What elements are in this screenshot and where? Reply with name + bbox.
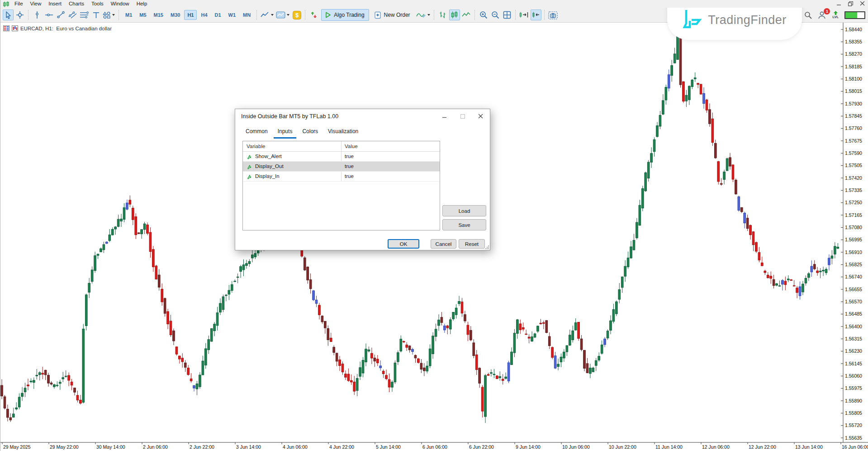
shapes-tool-button[interactable] xyxy=(102,10,116,20)
svg-text:4 Jun 06:00: 4 Jun 06:00 xyxy=(283,444,308,450)
menu-help[interactable]: Help xyxy=(133,0,151,8)
svg-text:1.58270: 1.58270 xyxy=(845,51,862,57)
text-icon xyxy=(93,12,100,19)
svg-text:4 Jun 22:00: 4 Jun 22:00 xyxy=(329,444,354,450)
buy-sell-arrows-button[interactable] xyxy=(308,10,319,20)
zoom-out-button[interactable] xyxy=(490,10,501,20)
input-row-show_alert[interactable]: Show_Alerttrue xyxy=(243,152,440,162)
svg-text:2 Jun 06:00: 2 Jun 06:00 xyxy=(143,444,168,450)
reset-button[interactable]: Reset xyxy=(459,239,485,249)
menu-insert[interactable]: Insert xyxy=(45,0,65,8)
chart-shift-button[interactable] xyxy=(531,10,541,20)
timeframe-m1-button[interactable]: M1 xyxy=(122,10,135,20)
save-button[interactable]: Save xyxy=(442,219,486,230)
search-icon[interactable] xyxy=(804,11,812,19)
indicator-draw-button[interactable] xyxy=(416,10,431,20)
time-axis[interactable]: 29 May 202529 May 22:0030 May 14:002 Jun… xyxy=(0,442,868,450)
window-minimize-button[interactable] xyxy=(835,0,843,7)
candlestick-chart-type-button[interactable] xyxy=(449,10,460,20)
svg-text:1.56485: 1.56485 xyxy=(845,311,862,317)
indicators-icon xyxy=(276,11,285,19)
timeframe-m5-button[interactable]: M5 xyxy=(136,10,149,20)
level-indicator[interactable]: LVL xyxy=(832,11,839,19)
chevron-down-icon xyxy=(427,14,431,16)
tab-common[interactable]: Common xyxy=(242,127,272,139)
tab-inputs[interactable]: Inputs xyxy=(274,127,297,139)
algo-play-icon xyxy=(324,11,332,19)
fibonacci-tool-button[interactable] xyxy=(79,10,90,20)
inputs-table: Variable Value Show_AlerttrueDisplay_Out… xyxy=(242,141,440,230)
screenshot-button[interactable] xyxy=(548,10,559,20)
notification-badge: 1 xyxy=(824,8,830,14)
timeframe-d1-button[interactable]: D1 xyxy=(212,10,224,20)
camera-icon xyxy=(548,11,558,19)
menu-view[interactable]: View xyxy=(27,0,45,8)
window-close-button[interactable] xyxy=(859,0,866,7)
profile-button[interactable]: 1 xyxy=(818,11,826,19)
timeframe-m30-button[interactable]: M30 xyxy=(167,10,183,20)
menu-charts[interactable]: Charts xyxy=(65,0,88,8)
dialog-close-button[interactable] xyxy=(472,109,490,123)
chevron-down-icon xyxy=(287,14,290,16)
svg-text:1.57080: 1.57080 xyxy=(845,225,862,230)
connection-status-bar xyxy=(844,11,865,19)
variable-value[interactable]: true xyxy=(342,152,440,161)
timeframe-w1-button[interactable]: W1 xyxy=(225,10,239,20)
tab-colors[interactable]: Colors xyxy=(298,127,322,139)
dialog-titlebar[interactable]: Inside Outside Bar MT5 by TFLab 1.00 xyxy=(235,109,490,123)
dialog-resize-grip[interactable] xyxy=(485,245,489,249)
algo-trading-button[interactable]: Algo Trading xyxy=(321,9,369,21)
indicator-properties-dialog: Inside Outside Bar MT5 by TFLab 1.00 Com… xyxy=(235,109,490,250)
menu-window[interactable]: Window xyxy=(107,0,133,8)
timeframe-h1-button[interactable]: H1 xyxy=(184,10,197,20)
chart-template-button[interactable] xyxy=(260,10,275,20)
template-chart-icon xyxy=(261,11,270,19)
window-restore-button[interactable] xyxy=(847,0,854,7)
crosshair-icon xyxy=(16,11,24,19)
input-parameter-icon xyxy=(247,174,252,179)
menu-bar: FileViewInsertChartsToolsWindowHelp xyxy=(11,0,151,8)
svg-text:5 Jun 14:00: 5 Jun 14:00 xyxy=(376,444,401,450)
horizontal-line-tool-button[interactable] xyxy=(43,10,54,20)
vertical-line-icon xyxy=(34,11,40,19)
price-axis[interactable]: 1.584401.583551.582701.581851.581001.580… xyxy=(841,23,862,442)
ok-button[interactable]: OK xyxy=(388,239,419,249)
vertical-line-tool-button[interactable] xyxy=(32,10,43,20)
svg-text:1.57335: 1.57335 xyxy=(845,187,862,193)
tab-visualization[interactable]: Visualization xyxy=(324,127,362,139)
load-button[interactable]: Load xyxy=(442,205,486,216)
tile-windows-button[interactable] xyxy=(502,10,512,20)
svg-text:1.57590: 1.57590 xyxy=(845,150,862,156)
text-tool-button[interactable] xyxy=(90,10,101,20)
svg-text:1.56570: 1.56570 xyxy=(845,299,862,304)
menu-tools[interactable]: Tools xyxy=(88,0,107,8)
timeframe-m15-button[interactable]: M15 xyxy=(151,10,166,20)
line-chart-type-button[interactable] xyxy=(461,10,472,20)
dialog-maximize-button[interactable] xyxy=(454,109,472,123)
timeframe-mn-button[interactable]: MN xyxy=(240,10,254,20)
auto-scroll-button[interactable] xyxy=(519,10,530,20)
symbols-button[interactable]: $ xyxy=(291,10,302,20)
cursor-tool-button[interactable] xyxy=(3,10,14,20)
trendline-tool-button[interactable] xyxy=(55,10,66,20)
svg-text:1.55975: 1.55975 xyxy=(845,385,862,391)
new-order-button[interactable]: New Order xyxy=(371,9,414,21)
bar-chart-type-button[interactable] xyxy=(437,10,448,20)
dialog-minimize-button[interactable] xyxy=(436,109,454,123)
svg-text:1.57250: 1.57250 xyxy=(845,200,862,205)
svg-text:2 Jun 22:00: 2 Jun 22:00 xyxy=(190,444,214,450)
menu-file[interactable]: File xyxy=(11,0,27,8)
candles-chart-icon xyxy=(451,11,458,19)
input-row-display_out[interactable]: Display_Outtrue xyxy=(243,162,440,172)
svg-text:1.56400: 1.56400 xyxy=(845,324,862,329)
indicators-button[interactable] xyxy=(275,10,290,20)
crosshair-tool-button[interactable] xyxy=(14,10,25,20)
app-icon xyxy=(3,1,9,7)
variable-value[interactable]: true xyxy=(342,172,440,181)
input-row-display_in[interactable]: Display_Intrue xyxy=(243,172,440,182)
timeframe-h4-button[interactable]: H4 xyxy=(198,10,210,20)
channel-tool-button[interactable] xyxy=(67,10,78,20)
zoom-in-button[interactable] xyxy=(478,10,489,20)
cancel-button[interactable]: Cancel xyxy=(431,239,456,249)
variable-value[interactable]: true xyxy=(342,162,440,171)
